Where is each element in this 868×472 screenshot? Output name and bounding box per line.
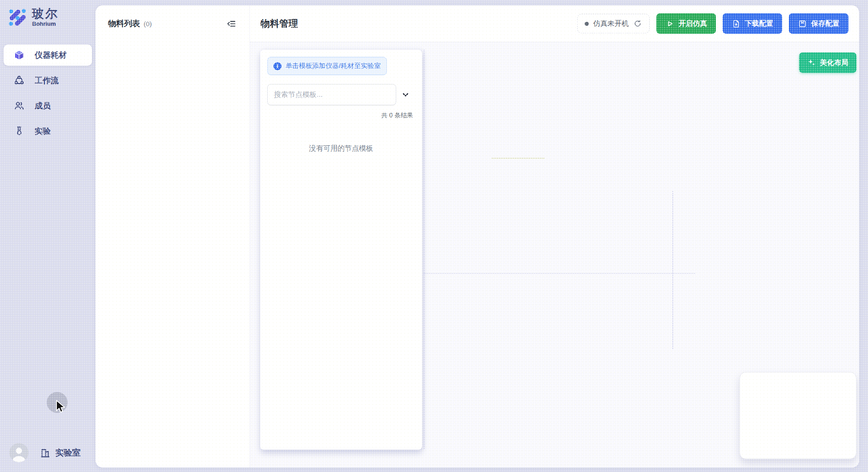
sidebar-item-instruments[interactable]: 仪器耗材 xyxy=(4,44,92,66)
simulation-status-pill: 仿真未开机 xyxy=(577,14,650,33)
sidebar-item-workflow[interactable]: 工作流 xyxy=(4,70,92,91)
sidebar-item-experiment[interactable]: 实验 xyxy=(4,120,92,142)
experiment-icon xyxy=(13,125,25,137)
canvas-guide-line xyxy=(672,191,673,349)
cube-icon xyxy=(13,49,25,61)
empty-state-text: 没有可用的节点模板 xyxy=(267,144,415,153)
template-hint-banner: i 单击模板添加仪器/耗材至实验室 xyxy=(267,57,387,75)
sidebar-nav: 仪器耗材 工作流 成员 xyxy=(0,44,96,142)
play-icon xyxy=(665,19,675,28)
chevron-down-icon xyxy=(401,90,410,100)
materials-list-panel: 物料列表 (0) xyxy=(96,5,250,468)
canvas-guide-line xyxy=(424,273,695,274)
materials-list-title: 物料列表 xyxy=(108,18,140,29)
person-icon xyxy=(9,443,28,462)
lab-label: 实验室 xyxy=(55,447,80,459)
materials-list-count: (0) xyxy=(144,20,152,28)
status-label: 仿真未开机 xyxy=(593,19,629,28)
result-count: 共 0 条结果 xyxy=(267,112,415,120)
canvas-guide-line xyxy=(424,50,425,449)
search-input[interactable] xyxy=(267,84,396,105)
header-actions: 仿真未开机 开启仿真 xyxy=(577,13,848,34)
node-template-panel: i 单击模板添加仪器/耗材至实验室 共 0 条结果 没有可用的节点模板 xyxy=(260,50,422,450)
canvas-guide-line xyxy=(492,158,544,159)
template-hint-text: 单击模板添加仪器/耗材至实验室 xyxy=(285,62,381,70)
file-download-icon xyxy=(731,19,741,28)
brand-subtitle: Bohrium xyxy=(32,21,59,27)
lab-switcher[interactable]: 实验室 xyxy=(40,447,80,459)
bohrium-logo-icon xyxy=(7,7,28,28)
page-header: 物料管理 仿真未开机 开启仿真 xyxy=(250,5,859,42)
sparkles-icon xyxy=(807,58,816,67)
main-shell: 物料列表 (0) 物料管理 仿真未开机 xyxy=(96,5,859,468)
workflow-icon xyxy=(13,75,25,86)
info-icon: i xyxy=(273,62,281,70)
beautify-layout-button[interactable]: 美化布局 xyxy=(799,52,856,73)
refresh-status-button[interactable] xyxy=(633,19,642,28)
members-icon xyxy=(13,100,25,112)
start-simulation-button[interactable]: 开启仿真 xyxy=(656,13,716,34)
save-config-button[interactable]: 保存配置 xyxy=(789,13,848,34)
refresh-icon xyxy=(633,19,642,28)
sidebar-item-label: 实验 xyxy=(35,126,51,136)
save-icon xyxy=(798,19,807,28)
avatar[interactable] xyxy=(9,443,28,462)
sidebar-item-label: 成员 xyxy=(35,100,51,111)
sidebar-item-label: 仪器耗材 xyxy=(35,50,67,60)
minimap-panel[interactable] xyxy=(739,372,856,459)
expand-filters-button[interactable] xyxy=(396,90,415,100)
brand-name: 玻尔 xyxy=(32,8,59,20)
page-title: 物料管理 xyxy=(261,17,298,30)
collapse-panel-icon xyxy=(226,19,237,29)
building-icon xyxy=(40,447,51,459)
flow-canvas[interactable]: i 单击模板添加仪器/耗材至实验室 共 0 条结果 没有可用的节点模板 xyxy=(250,42,859,468)
download-config-button[interactable]: 下载配置 xyxy=(723,13,782,34)
collapse-panel-button[interactable] xyxy=(226,18,238,29)
sidebar-item-label: 工作流 xyxy=(35,75,59,86)
status-dot xyxy=(585,22,589,26)
main-area: 物料管理 仿真未开机 开启仿真 xyxy=(250,5,859,468)
sidebar: 玻尔 Bohrium 仪器耗材 工作流 xyxy=(0,0,96,472)
brand-logo: 玻尔 Bohrium xyxy=(0,0,96,28)
sidebar-item-members[interactable]: 成员 xyxy=(4,95,92,116)
sidebar-footer: 实验室 xyxy=(0,441,96,472)
